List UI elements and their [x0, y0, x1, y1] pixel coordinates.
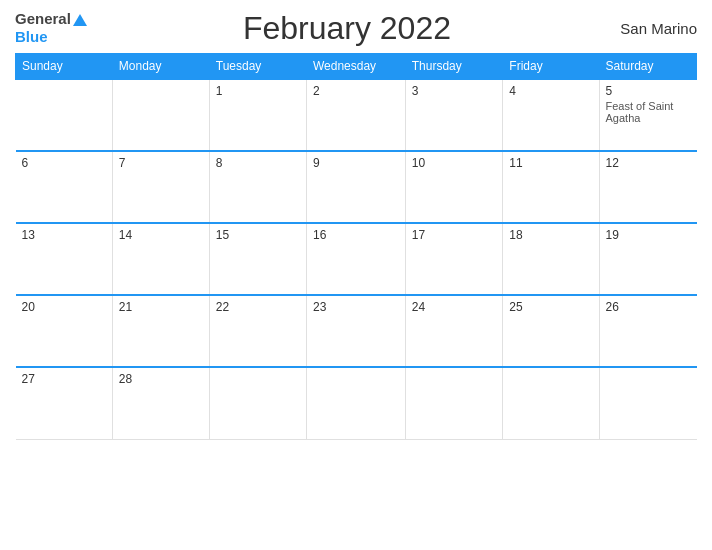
col-saturday: Saturday [599, 54, 697, 80]
day-number: 9 [313, 156, 399, 170]
calendar-cell: 26 [599, 295, 697, 367]
calendar-cell: 5Feast of Saint Agatha [599, 79, 697, 151]
calendar-cell: 8 [209, 151, 306, 223]
header: General Blue February 2022 San Marino [15, 10, 697, 47]
day-number: 26 [606, 300, 691, 314]
page: General Blue February 2022 San Marino Su… [0, 0, 712, 550]
day-number: 27 [22, 372, 106, 386]
day-number: 24 [412, 300, 497, 314]
day-number: 5 [606, 84, 691, 98]
calendar-cell [16, 79, 113, 151]
calendar-cell: 18 [503, 223, 599, 295]
calendar-week-row: 20212223242526 [16, 295, 697, 367]
calendar-cell: 11 [503, 151, 599, 223]
calendar-cell: 4 [503, 79, 599, 151]
calendar-cell: 2 [306, 79, 405, 151]
calendar-cell [112, 79, 209, 151]
day-number: 16 [313, 228, 399, 242]
day-number: 12 [606, 156, 691, 170]
calendar-title: February 2022 [87, 10, 607, 47]
day-number: 19 [606, 228, 691, 242]
calendar-body: 12345Feast of Saint Agatha67891011121314… [16, 79, 697, 439]
calendar-cell: 14 [112, 223, 209, 295]
calendar-cell: 19 [599, 223, 697, 295]
calendar-cell: 1 [209, 79, 306, 151]
day-number: 3 [412, 84, 497, 98]
calendar-cell: 27 [16, 367, 113, 439]
calendar-week-row: 12345Feast of Saint Agatha [16, 79, 697, 151]
day-number: 6 [22, 156, 106, 170]
day-number: 4 [509, 84, 592, 98]
day-number: 2 [313, 84, 399, 98]
col-monday: Monday [112, 54, 209, 80]
day-number: 20 [22, 300, 106, 314]
calendar-cell: 6 [16, 151, 113, 223]
day-number: 23 [313, 300, 399, 314]
calendar-cell [306, 367, 405, 439]
calendar-week-row: 13141516171819 [16, 223, 697, 295]
day-number: 21 [119, 300, 203, 314]
col-friday: Friday [503, 54, 599, 80]
col-thursday: Thursday [405, 54, 503, 80]
day-number: 25 [509, 300, 592, 314]
calendar-cell: 7 [112, 151, 209, 223]
calendar-cell: 3 [405, 79, 503, 151]
col-sunday: Sunday [16, 54, 113, 80]
day-number: 10 [412, 156, 497, 170]
calendar-cell: 16 [306, 223, 405, 295]
calendar-cell: 15 [209, 223, 306, 295]
calendar-cell: 22 [209, 295, 306, 367]
col-wednesday: Wednesday [306, 54, 405, 80]
day-number: 18 [509, 228, 592, 242]
calendar-week-row: 6789101112 [16, 151, 697, 223]
country-label: San Marino [607, 20, 697, 37]
calendar-table: Sunday Monday Tuesday Wednesday Thursday… [15, 53, 697, 440]
calendar-cell [503, 367, 599, 439]
calendar-cell: 9 [306, 151, 405, 223]
calendar-cell: 17 [405, 223, 503, 295]
logo: General Blue [15, 11, 87, 45]
day-number: 15 [216, 228, 300, 242]
calendar-cell [209, 367, 306, 439]
day-number: 13 [22, 228, 106, 242]
calendar-cell: 28 [112, 367, 209, 439]
calendar-cell: 13 [16, 223, 113, 295]
logo-blue: Blue [15, 28, 48, 45]
day-number: 22 [216, 300, 300, 314]
day-number: 8 [216, 156, 300, 170]
calendar-cell: 23 [306, 295, 405, 367]
calendar-cell: 10 [405, 151, 503, 223]
calendar-cell [599, 367, 697, 439]
calendar-cell: 20 [16, 295, 113, 367]
day-number: 11 [509, 156, 592, 170]
day-number: 1 [216, 84, 300, 98]
col-tuesday: Tuesday [209, 54, 306, 80]
day-number: 14 [119, 228, 203, 242]
calendar-cell: 25 [503, 295, 599, 367]
calendar-cell [405, 367, 503, 439]
day-number: 28 [119, 372, 203, 386]
logo-triangle-icon [73, 14, 87, 26]
event-label: Feast of Saint Agatha [606, 100, 691, 124]
logo-general: General [15, 11, 71, 28]
calendar-week-row: 2728 [16, 367, 697, 439]
day-number: 7 [119, 156, 203, 170]
calendar-cell: 12 [599, 151, 697, 223]
calendar-header-row: Sunday Monday Tuesday Wednesday Thursday… [16, 54, 697, 80]
calendar-cell: 21 [112, 295, 209, 367]
calendar-cell: 24 [405, 295, 503, 367]
day-number: 17 [412, 228, 497, 242]
